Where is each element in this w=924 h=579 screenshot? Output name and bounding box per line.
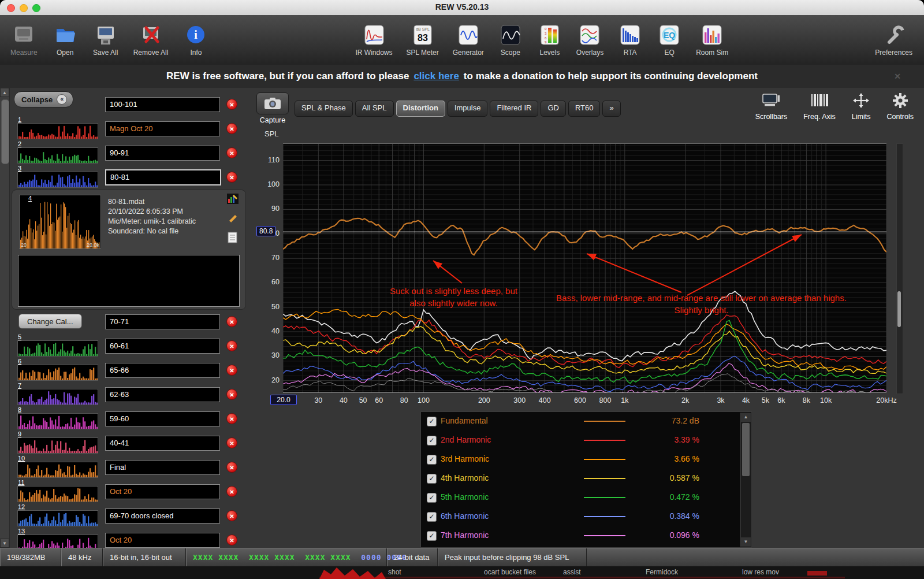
measurement-thumbnail[interactable] <box>17 486 98 502</box>
delete-measurement-button[interactable]: ✕ <box>226 365 237 376</box>
measurement-row: 762-63✕ <box>9 383 248 407</box>
tab-[interactable]: » <box>602 101 620 117</box>
measurement-name-field[interactable]: Oct 20 <box>105 533 220 548</box>
toolbar-button-scope[interactable]: Scope <box>498 23 523 57</box>
delete-measurement-button[interactable]: ✕ <box>226 172 237 183</box>
toolbar-button-measure[interactable]: Measure <box>10 23 38 57</box>
measurement-thumbnail[interactable] <box>17 462 98 478</box>
delete-measurement-button[interactable]: ✕ <box>226 535 237 545</box>
chart-canvas[interactable] <box>283 143 886 393</box>
delete-measurement-button[interactable]: ✕ <box>226 462 237 473</box>
distortion-chart[interactable] <box>283 143 886 393</box>
measurement-name-field[interactable]: 69-70 doors closed <box>105 509 220 524</box>
capture-button[interactable]: Capture <box>256 92 289 124</box>
measurement-name-field[interactable]: 90-91 <box>105 146 220 161</box>
measurement-thumbnail[interactable] <box>17 147 98 164</box>
toolbar-button-eq[interactable]: EQEQ <box>657 23 682 57</box>
collapse-button[interactable]: Collapse « <box>14 91 73 107</box>
sidebar-scrollbar[interactable]: ▲ ▼ <box>0 88 10 548</box>
measurement-thumbnail[interactable] <box>17 389 98 405</box>
graph-button-scrollbars[interactable]: Scrollbars <box>755 92 788 121</box>
toolbar-button-info[interactable]: iInfo <box>183 23 208 57</box>
tab-spl-phase[interactable]: SPL & Phase <box>295 101 353 117</box>
measurement-name-field[interactable]: 59-60 <box>105 411 220 426</box>
legend-checkbox[interactable]: ✓ <box>427 436 437 446</box>
graph-button-freq-axis[interactable]: Freq. Axis <box>803 92 836 121</box>
selected-measurement-thumbnail[interactable]: 42020.0k <box>19 195 101 249</box>
scrollbar-thumb[interactable] <box>1 99 9 164</box>
measurement-name-field[interactable]: Magn Oct 20 <box>105 121 220 136</box>
graph-scrollbar-thumb[interactable] <box>897 291 901 327</box>
measurement-thumbnail[interactable] <box>17 535 98 548</box>
delete-measurement-button[interactable]: ✕ <box>226 316 237 327</box>
measurement-notes-area[interactable] <box>18 255 240 307</box>
toolbar-button-room-sim[interactable]: Room Sim <box>696 23 728 57</box>
toolbar-button-generator[interactable]: Generator <box>453 23 484 57</box>
measurement-thumbnail[interactable] <box>17 437 98 454</box>
measurement-name-field[interactable]: Final <box>105 460 220 475</box>
scope-icon <box>498 23 523 47</box>
delete-measurement-button[interactable]: ✕ <box>226 147 237 158</box>
toolbar-button-open[interactable]: Open <box>53 23 78 57</box>
delete-measurement-button[interactable]: ✕ <box>226 123 237 134</box>
legend-checkbox[interactable]: ✓ <box>427 512 437 522</box>
measurement-thumbnail[interactable] <box>17 340 98 357</box>
legend-checkbox[interactable]: ✓ <box>427 474 437 484</box>
change-cal-button[interactable]: Change Cal... <box>18 314 82 329</box>
measurement-name-field[interactable]: 60-61 <box>105 339 220 354</box>
tab-gd[interactable]: GD <box>541 101 566 117</box>
scroll-up-icon[interactable]: ▲ <box>0 88 9 97</box>
measurement-thumbnail[interactable] <box>17 510 98 526</box>
toolbar-button-levels[interactable]: 0369Levels <box>537 23 562 57</box>
toolbar-button-save-all[interactable]: Save All <box>93 23 118 57</box>
tab-impulse[interactable]: Impulse <box>448 101 488 117</box>
legend-checkbox[interactable]: ✓ <box>427 455 437 465</box>
measurement-name-field[interactable]: 70-71 <box>105 314 220 329</box>
toolbar-button-spl-meter[interactable]: dB SPL83SPL Meter <box>407 23 439 57</box>
measurement-name-field[interactable]: Oct 20 <box>105 484 220 499</box>
graph-vertical-scrollbar[interactable] <box>896 143 903 394</box>
toolbar-button-preferences[interactable]: Preferences <box>875 23 912 57</box>
tab-filtered-ir[interactable]: Filtered IR <box>490 101 538 117</box>
measurement-thumbnail[interactable] <box>17 413 98 429</box>
toolbar-button-overlays[interactable]: Overlays <box>576 23 603 57</box>
delete-measurement-button[interactable]: ✕ <box>226 413 237 424</box>
delete-measurement-button[interactable]: ✕ <box>226 340 237 351</box>
pencil-icon[interactable] <box>227 213 239 225</box>
legend-checkbox[interactable]: ✓ <box>427 417 437 426</box>
legend-scroll-up-icon[interactable]: ▲ <box>741 413 751 422</box>
tab-all-spl[interactable]: All SPL <box>355 101 394 117</box>
donation-link[interactable]: click here <box>413 70 459 82</box>
measurement-thumbnail[interactable] <box>17 172 98 188</box>
measurement-name-field[interactable]: 100-101 <box>105 97 220 112</box>
scroll-down-icon[interactable]: ▼ <box>0 539 9 548</box>
legend-scroll-down-icon[interactable]: ▼ <box>741 537 751 547</box>
graph-button-controls[interactable]: Controls <box>886 92 914 121</box>
delete-measurement-button[interactable]: ✕ <box>226 437 237 448</box>
legend-scrollbar-thumb[interactable] <box>742 423 750 476</box>
tab-rt60[interactable]: RT60 <box>568 101 601 117</box>
banner-dismiss-icon[interactable]: ✕ <box>894 72 901 81</box>
measurement-name-field[interactable]: 65-66 <box>105 363 220 378</box>
delete-measurement-button[interactable]: ✕ <box>226 486 237 497</box>
tab-distortion[interactable]: Distortion <box>396 101 445 117</box>
legend-scrollbar[interactable]: ▲▼ <box>740 413 751 547</box>
notes-icon[interactable] <box>228 232 238 246</box>
measurement-thumbnail[interactable] <box>17 365 98 381</box>
toolbar-button-remove-all[interactable]: Remove All <box>133 23 169 57</box>
graph-button-limits[interactable]: Limits <box>852 92 871 121</box>
delete-measurement-button[interactable]: ✕ <box>226 99 237 110</box>
measurement-name-field[interactable]: 62-63 <box>105 387 220 402</box>
toolbar-button-rta[interactable]: RTA <box>617 23 643 57</box>
edit-graph-icon[interactable] <box>227 194 239 206</box>
legend-checkbox[interactable]: ✓ <box>427 493 437 503</box>
legend-checkbox[interactable]: ✓ <box>427 531 437 541</box>
measurement-thumbnail[interactable] <box>17 123 98 139</box>
measurement-number: 5 <box>18 333 21 340</box>
toolbar-button-ir-windows[interactable]: IR Windows <box>356 23 393 57</box>
measurement-name-field[interactable]: 80-81 <box>105 169 221 185</box>
delete-measurement-button[interactable]: ✕ <box>226 510 237 521</box>
graph-button-label: Limits <box>852 113 871 121</box>
measurement-name-field[interactable]: 40-41 <box>105 436 220 451</box>
delete-measurement-button[interactable]: ✕ <box>226 389 237 400</box>
